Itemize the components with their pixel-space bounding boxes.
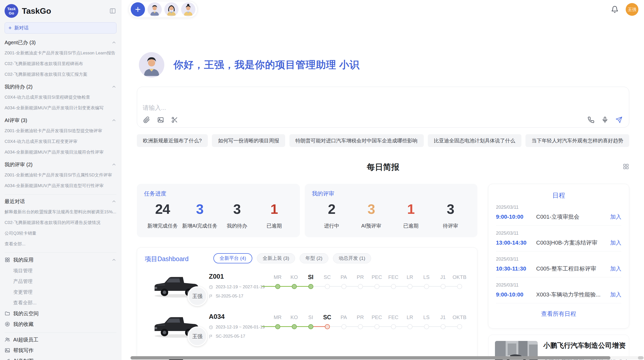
timeline-segment [262, 286, 311, 287]
chevron-up-icon[interactable] [111, 199, 116, 204]
sidebar-item[interactable]: Z001-全新燃油皮卡产品开发项目SI节点Lesson Learn报告 [5, 48, 116, 58]
schedule-name: C001-立项审批会 [536, 213, 610, 221]
join-link[interactable]: 加入 [610, 213, 621, 221]
recent-chat-item[interactable]: C02-飞腾新能源轻客改款项目的闭环通告反馈情况 [5, 217, 116, 228]
attachment-icon[interactable] [143, 116, 150, 123]
schedule-name: C003|H0B-方案冻结评审 [536, 239, 610, 247]
sidebar-link[interactable]: 我的云空间 [5, 308, 116, 319]
sidebar-item[interactable]: C0X4-动力总成开发项目工程变更评审 [5, 136, 116, 147]
news-title: 小鹏飞行汽车制造公司增资 [543, 341, 629, 350]
sidebar-group: 我的待办 (2)C0X4-动力总成开发项目SI里程碑提交物检查A034-全新新能… [5, 81, 116, 113]
app-logo: Task Go [5, 4, 18, 18]
scissors-icon[interactable] [171, 116, 178, 123]
sidebar-tool[interactable]: 帮我写作 [5, 345, 116, 356]
view-all-schedule-link[interactable]: 查看所有日程 [496, 303, 621, 324]
join-link[interactable]: 加入 [610, 265, 621, 273]
milestone-dot [441, 284, 446, 289]
sidebar-item[interactable]: C02-飞腾新能源轻客改款项目里程碑画布 [5, 58, 116, 69]
sidebar-collapse-button[interactable] [109, 8, 116, 14]
sidebar-item[interactable]: A034-全新新能源MUV产品开发项目法规符合性评审 [5, 147, 116, 158]
project-owner-avatar: 王强 [187, 286, 207, 306]
project-row[interactable]: 王强Z0012023-12-19 ~ 2027-01-19SI-2025-05-… [137, 270, 477, 310]
schedule-name: C005-整车工程目标评审 [536, 265, 610, 273]
chevron-up-icon[interactable] [111, 118, 116, 123]
sidebar-item[interactable]: Z001-全新燃油轻卡产品开发项目SI造型提交物评审 [5, 126, 116, 136]
image-upload-icon[interactable] [157, 116, 164, 123]
milestone-label: KO [286, 313, 302, 321]
content: 你好，王强，我是你的项目管理助理 小识 请输入... 欧洲新规最近颁布了什么?如… [137, 0, 629, 360]
join-link[interactable]: 加入 [610, 291, 621, 298]
join-link[interactable]: 加入 [610, 239, 621, 247]
plus-icon: + [8, 25, 12, 31]
milestone-label: LR [402, 273, 418, 281]
stat: 3待评审 [431, 201, 470, 229]
suggestion-chip[interactable]: 比亚迪全固态电池计划具体说了什么 [428, 134, 521, 147]
suggestion-chip[interactable]: 当下年轻人对汽车外观有怎样的喜好趋势 [525, 134, 629, 147]
recent-chat-item[interactable]: 解释最新出台的欧盟报废车法规再生塑料比例被调至15%... [5, 207, 116, 217]
app-item[interactable]: 项目管理 [5, 265, 116, 276]
stat-label: 新增完成任务 [144, 222, 181, 229]
dashboard-filter-chip[interactable]: 全新平台 (4) [213, 253, 252, 263]
milestone-label: MR [269, 313, 286, 321]
stat: 1已逾期 [256, 201, 293, 229]
app-item[interactable]: 变更管理 [5, 287, 116, 297]
input-tools-left [143, 116, 178, 123]
recent-title: 最近对话 [5, 198, 25, 205]
chat-input[interactable]: 请输入... [137, 87, 629, 128]
sidebar-item[interactable]: A034-全新新能源MUV产品开发项目造型可行性评审 [5, 181, 116, 191]
milestone-dot [407, 324, 413, 329]
suggestion-chip[interactable]: 欧洲新规最近颁布了什么? [137, 134, 208, 147]
sidebar-item[interactable]: Z001-全新燃油轻卡产品开发项目SI节点属性5D文件评审 [5, 170, 116, 181]
sidebar-item[interactable]: C02-飞腾新能源轻客改款项目立项汇报方案 [5, 69, 116, 80]
stat: 3我的待办 [218, 201, 256, 229]
send-icon[interactable] [616, 116, 622, 123]
sidebar-tool[interactable]: 创意制图 [5, 356, 116, 360]
stat-value: 3 [431, 201, 470, 217]
chevron-up-icon[interactable] [111, 257, 116, 262]
schedule-item: 2025/03/1110:30-11:30C005-整车工程目标评审加入 [496, 251, 621, 277]
chevron-up-icon[interactable] [111, 84, 116, 89]
milestone-dot [325, 284, 330, 289]
dashboard-filter-chip[interactable]: 年型 (2) [300, 253, 328, 263]
microphone-icon[interactable] [602, 116, 608, 123]
recent-view-all[interactable]: 查看全部... [5, 239, 116, 249]
project-dashboard-card: 项目Dashboard 全新平台 (4)全新上装 (3)年型 (2)动总开发 (… [137, 247, 477, 360]
sidebar-item[interactable]: A034-全新新能源MUV产品开发项目计划变更表编写 [5, 103, 116, 113]
milestone-label: LS [418, 273, 435, 281]
suggestion-chip[interactable]: 特朗普可能对进口汽车增税会对中国车企造成哪些影响 [289, 134, 424, 147]
schedule-time: 9:00-10:00 [496, 214, 536, 220]
stat-label: 进行中 [312, 222, 352, 229]
stat-card: 任务进度24新增完成任务3新增AI完成任务3我的待办1已逾期 [137, 184, 300, 237]
row-label: AI超级员工 [13, 336, 38, 343]
new-chat-button[interactable]: + 新对话 [5, 22, 116, 34]
stat-value: 1 [256, 201, 293, 217]
milestone-dot [292, 284, 297, 289]
scrollbar-thumb[interactable] [130, 356, 610, 359]
pen-icon [5, 358, 10, 360]
phone-icon[interactable] [588, 116, 594, 123]
daily-brief-title: 每日简报 [137, 161, 629, 173]
recent-chat-item[interactable]: 公司Q3轻卡销量 [5, 228, 116, 239]
dashboard-filter-chip[interactable]: 全新上装 (3) [257, 253, 295, 263]
suggestion-chips: 欧洲新规最近颁布了什么?如何写一份清晰的项目周报特朗普可能对进口汽车增税会对中国… [137, 134, 629, 147]
horizontal-scrollbar[interactable] [130, 356, 644, 359]
sidebar-link[interactable]: 我的收藏 [5, 319, 116, 329]
schedule-date: 2025/03/11 [496, 282, 621, 288]
schedule-item: 2025/03/119:00-10:00X003-车辆动力学性能验...加入 [496, 277, 621, 303]
dashboard-title: 项目Dashboard [145, 255, 188, 263]
sidebar-item[interactable]: C0X4-动力总成开发项目SI里程碑提交物检查 [5, 92, 116, 103]
chevron-up-icon[interactable] [111, 40, 116, 45]
daily-brief-header: 每日简报 [137, 161, 629, 173]
layout-grid-icon[interactable] [623, 163, 629, 170]
row-label: 帮我写作 [13, 347, 34, 354]
dashboard-columns: 任务进度24新增完成任务3新增AI完成任务3我的待办1已逾期我的评审2进行中3A… [137, 184, 629, 360]
apps-header[interactable]: 我的应用 [5, 254, 116, 265]
project-row[interactable]: 王强A0342023-12-19 ~ 2026-01-19SC-2025-05-… [137, 310, 477, 350]
chevron-up-icon[interactable] [111, 162, 116, 167]
milestone-dot [391, 324, 396, 329]
app-item[interactable]: 产品管理 [5, 276, 116, 287]
suggestion-chip[interactable]: 如何写一份清晰的项目周报 [212, 134, 285, 147]
dashboard-filter-chip[interactable]: 动总开发 (1) [333, 253, 371, 263]
sidebar-tool[interactable]: AI超级员工 [5, 334, 116, 345]
app-item[interactable]: 查看全部... [5, 297, 116, 308]
